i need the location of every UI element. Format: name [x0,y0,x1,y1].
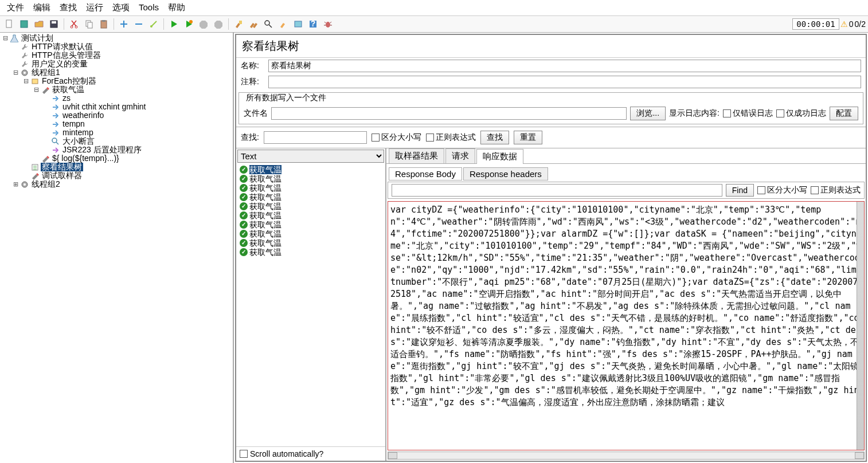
tree-item[interactable]: HTTP请求默认值 [1,42,232,51]
sample-label: 获取气温 [249,174,281,183]
new-icon[interactable] [2,17,16,31]
menu-查找[interactable]: 查找 [56,1,80,14]
tree-item[interactable]: weatherinfo [1,111,232,120]
sample-row[interactable]: ✓获取气温 [237,238,384,248]
success-only-checkbox[interactable]: 仅成功日志 [776,108,826,119]
svg-rect-12 [239,21,242,24]
tree-item[interactable]: ⊟测试计划 [1,34,232,42]
tree-item[interactable]: uvhit cthit xchint gmhint [1,103,232,111]
reset-button[interactable]: 重置 [514,131,542,144]
tree-item[interactable]: ⊟获取气温 [1,85,232,94]
open-icon[interactable] [32,17,46,31]
body-find-input[interactable] [392,184,722,197]
tree-toggle[interactable]: ⊟ [22,77,29,85]
sample-row[interactable]: ✓获取气温 [237,211,384,220]
sample-label: 获取气温 [249,229,281,238]
tree-toggle[interactable]: ⊟ [2,34,9,42]
sample-row[interactable]: ✓获取气温 [237,248,384,257]
sample-row[interactable]: ✓获取气温 [237,220,384,229]
tree-item[interactable]: ⊞线程组2 [1,180,232,189]
warning-icon[interactable]: ⚠ [840,19,848,29]
tree-toggle[interactable]: ⊟ [33,85,40,94]
clear-all-icon[interactable] [247,17,260,31]
toggle-icon[interactable] [147,17,161,31]
sample-label: 获取气温 [249,183,281,193]
tree-item[interactable]: 用户定义的变量 [1,60,232,68]
menu-文件[interactable]: 文件 [3,1,28,14]
menu-tools[interactable]: Tools [135,1,162,14]
search-icon[interactable] [261,17,275,31]
templates-icon[interactable] [17,17,31,31]
tree-toggle[interactable]: ⊞ [12,180,19,189]
stop-icon[interactable] [197,17,210,31]
tab[interactable]: 取样器结果 [389,148,444,163]
response-body[interactable]: var cityDZ ={"weatherinfo":{"city":"1010… [388,201,865,450]
body-regex-checkbox[interactable]: 正则表达式 [811,185,861,195]
tree-item[interactable]: JSR223 后置处理程序 [1,146,232,154]
help-icon[interactable]: ? [306,17,320,31]
subtab[interactable]: Response Body [389,167,462,181]
expand-icon[interactable] [117,17,131,31]
run-icon[interactable] [167,17,181,31]
function-icon[interactable] [291,17,305,31]
subtab[interactable]: Response headers [463,167,548,181]
bug-icon[interactable] [321,17,335,31]
ctrl-icon [30,77,40,85]
tree-item[interactable]: ⊟线程组1 [1,68,232,77]
sample-row[interactable]: ✓获取气温 [237,202,384,211]
name-input[interactable] [268,60,861,72]
results-panel: 察看结果树 名称: 注释: 所有数据写入一个文件 文件名 浏览... 显示日志内… [235,34,867,462]
reset-search-icon[interactable] [276,17,290,31]
tree-item[interactable]: 大小断言 [1,137,232,146]
sample-row[interactable]: ✓获取气温 [237,183,384,193]
tree-toggle[interactable]: ⊟ [12,68,19,77]
svg-point-11 [189,20,193,23]
tab[interactable]: 请求 [445,148,475,163]
tab[interactable]: 响应数据 [476,149,523,164]
search-button[interactable]: 查找 [480,131,509,144]
comment-input[interactable] [268,76,861,88]
paste-icon[interactable] [97,17,111,31]
browse-button[interactable]: 浏览... [630,107,666,120]
sample-row[interactable]: ✓获取气温 [237,165,384,174]
tree-item[interactable]: ${ log(${tempn}...)} [1,154,232,163]
menu-帮助[interactable]: 帮助 [165,1,189,14]
case-checkbox[interactable]: 区分大小写 [372,132,421,143]
success-icon: ✓ [240,184,248,192]
search-input[interactable] [264,131,367,144]
menu-编辑[interactable]: 编辑 [30,1,54,14]
tree-item[interactable]: zs [1,94,232,103]
tree-item[interactable]: mintemp [1,128,232,137]
regex-checkbox[interactable]: 正则表达式 [426,132,476,143]
run-notimers-icon[interactable] [182,17,196,31]
clear-icon[interactable] [232,17,245,31]
save-icon[interactable] [47,17,61,31]
collapse-icon[interactable] [132,17,146,31]
menu-运行[interactable]: 运行 [83,1,107,14]
body-find-button[interactable]: Find [726,184,754,197]
sample-row[interactable]: ✓获取气温 [237,174,384,183]
horizontal-scrollbar[interactable] [388,452,865,460]
body-case-checkbox[interactable]: 区分大小写 [757,185,807,195]
tree-label: zs [61,94,72,103]
tree-item[interactable]: HTTP信息头管理器 [1,51,232,60]
config-button[interactable]: 配置 [830,107,858,120]
sample-row[interactable]: ✓获取气温 [237,193,384,202]
tree-item[interactable]: tempn [1,120,232,128]
filename-input[interactable] [271,107,627,120]
renderer-select[interactable]: Text [237,150,384,163]
scroll-auto-checkbox[interactable] [240,450,248,458]
shutdown-icon[interactable] [212,17,225,31]
svg-rect-14 [295,21,302,27]
svg-point-10 [150,25,153,28]
copy-icon[interactable] [82,17,96,31]
errors-only-checkbox[interactable]: 仅错误日志 [723,108,773,119]
cut-icon[interactable] [67,17,81,31]
menu-选项[interactable]: 选项 [109,1,133,14]
success-icon: ✓ [240,193,248,201]
svg-point-21 [52,138,57,143]
tree-item[interactable]: 察看结果树 [1,163,232,171]
tree-item[interactable]: ⊟ForEach控制器 [1,77,232,85]
sample-row[interactable]: ✓获取气温 [237,229,384,238]
tree-item[interactable]: 调试取样器 [1,171,232,180]
